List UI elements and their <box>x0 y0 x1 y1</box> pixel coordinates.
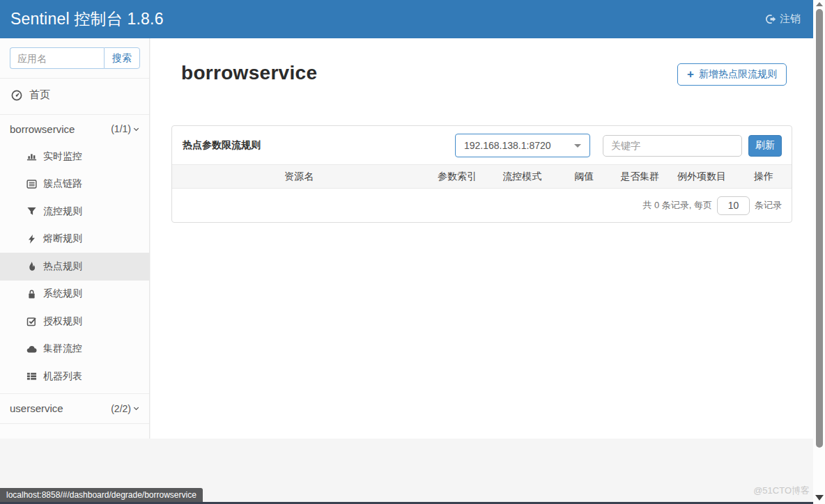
top-header: Sentinel 控制台 1.8.6 注销 <box>0 0 813 38</box>
panel-title: 热点参数限流规则 <box>183 139 455 152</box>
bar-chart-icon <box>26 151 37 162</box>
pagination-suffix: 条记录 <box>755 199 782 212</box>
app-name: userservice <box>10 402 63 414</box>
page-size-input[interactable] <box>717 196 750 215</box>
filter-icon <box>26 206 37 216</box>
pagination-bar: 共 0 条记录, 每页 条记录 <box>172 189 792 222</box>
col-exception-count: 例外项数目 <box>668 165 736 189</box>
add-rule-button[interactable]: + 新增热点限流规则 <box>677 63 787 86</box>
sidebar-item-label: 热点规则 <box>43 260 82 273</box>
th-list-icon <box>26 371 37 381</box>
dashboard-gauge-icon <box>11 90 22 100</box>
rules-table: 资源名 参数索引 流控模式 阈值 是否集群 例外项数目 操作 <box>172 164 792 189</box>
machine-select[interactable]: 192.168.138.1:8720 <box>455 134 590 157</box>
lock-icon <box>26 289 37 299</box>
rules-panel-header: 热点参数限流规则 192.168.138.1:8720 刷新 <box>172 126 792 164</box>
sidebar-item-param-flow-rules[interactable]: 热点规则 <box>0 253 149 281</box>
status-bar-url: localhost:8858/#/dashboard/degrade/borro… <box>0 488 203 502</box>
sidebar-item-cluster-flow[interactable]: 集群流控 <box>0 336 149 363</box>
watermark: @51CTO博客 <box>753 485 810 497</box>
fire-icon <box>26 261 37 271</box>
sidebar-item-authority-rules[interactable]: 授权规则 <box>0 308 149 336</box>
sidebar-item-label: 实时监控 <box>43 150 82 163</box>
sidebar: 搜索 首页 borrowservice (1/1) 实时监控 <box>0 38 150 439</box>
list-alt-icon <box>26 179 37 189</box>
check-square-icon <box>26 316 37 326</box>
logout-link[interactable]: 注销 <box>766 13 801 26</box>
col-threshold: 阈值 <box>556 165 612 189</box>
sidebar-submenu-borrowservice: 实时监控 簇点链路 流控规则 熔断规则 <box>0 143 149 391</box>
app-machine-count: (2/2) <box>111 403 140 414</box>
refresh-button[interactable]: 刷新 <box>748 135 782 157</box>
col-is-cluster: 是否集群 <box>612 165 668 189</box>
sidebar-item-label: 簇点链路 <box>43 178 82 190</box>
caret-down-icon <box>574 144 581 148</box>
sidebar-item-system-rules[interactable]: 系统规则 <box>0 281 149 308</box>
col-flow-mode: 流控模式 <box>488 165 556 189</box>
sidebar-item-label: 系统规则 <box>43 288 82 300</box>
sidebar-divider <box>0 423 149 424</box>
chevron-down-icon <box>132 125 140 133</box>
sidebar-item-label: 流控规则 <box>43 205 82 218</box>
flash-icon <box>26 234 37 244</box>
keyword-input[interactable] <box>603 135 742 157</box>
logout-label: 注销 <box>780 13 801 26</box>
sidebar-app-userservice[interactable]: userservice (2/2) <box>0 394 149 423</box>
app-title: Sentinel 控制台 1.8.6 <box>10 8 164 30</box>
chevron-down-icon <box>132 404 140 412</box>
main-content: borrowservice + 新增热点限流规则 热点参数限流规则 192.16… <box>151 38 813 439</box>
sidebar-item-home[interactable]: 首页 <box>0 79 149 111</box>
scrollbar-down-arrow-icon[interactable] <box>815 495 824 501</box>
sidebar-item-label: 集群流控 <box>43 342 82 355</box>
sidebar-item-degrade-rules[interactable]: 熔断规则 <box>0 226 149 253</box>
table-header-row: 资源名 参数索引 流控模式 阈值 是否集群 例外项数目 操作 <box>172 165 792 189</box>
app-search-input[interactable] <box>10 47 104 69</box>
app-search-group: 搜索 <box>10 47 140 69</box>
sidebar-app-borrowservice[interactable]: borrowservice (1/1) <box>0 115 149 143</box>
scrollbar-thumb[interactable] <box>816 9 823 448</box>
page-header: borrowservice + 新增热点限流规则 <box>171 62 792 93</box>
app-window: Sentinel 控制台 1.8.6 注销 搜索 首页 borrowservic… <box>0 0 825 504</box>
sidebar-item-label: 首页 <box>29 88 50 102</box>
col-resource-name: 资源名 <box>172 165 426 189</box>
app-search-button[interactable]: 搜索 <box>104 47 140 69</box>
scrollbar-up-arrow-icon[interactable] <box>816 2 823 6</box>
sidebar-item-realtime-monitor[interactable]: 实时监控 <box>0 143 149 171</box>
app-name: borrowservice <box>10 123 75 135</box>
app-machine-count: (1/1) <box>111 123 140 134</box>
sidebar-item-label: 熔断规则 <box>43 233 82 245</box>
sidebar-item-machine-list[interactable]: 机器列表 <box>0 363 149 391</box>
machine-select-value: 192.168.138.1:8720 <box>464 140 574 151</box>
col-operations: 操作 <box>736 165 792 189</box>
sidebar-item-label: 授权规则 <box>43 315 82 328</box>
pagination-prefix: 共 0 条记录, 每页 <box>642 199 712 212</box>
sidebar-item-label: 机器列表 <box>43 370 82 383</box>
col-param-index: 参数索引 <box>426 165 488 189</box>
vertical-scrollbar <box>813 0 825 504</box>
sidebar-item-flow-rules[interactable]: 流控规则 <box>0 198 149 226</box>
sign-out-icon <box>766 14 776 24</box>
plus-icon: + <box>687 68 694 80</box>
rules-panel: 热点参数限流规则 192.168.138.1:8720 刷新 资源名 参数索引 … <box>171 125 792 223</box>
sidebar-item-cluster-link[interactable]: 簇点链路 <box>0 171 149 198</box>
cloud-icon <box>26 344 37 354</box>
add-rule-button-label: 新增热点限流规则 <box>699 68 777 81</box>
